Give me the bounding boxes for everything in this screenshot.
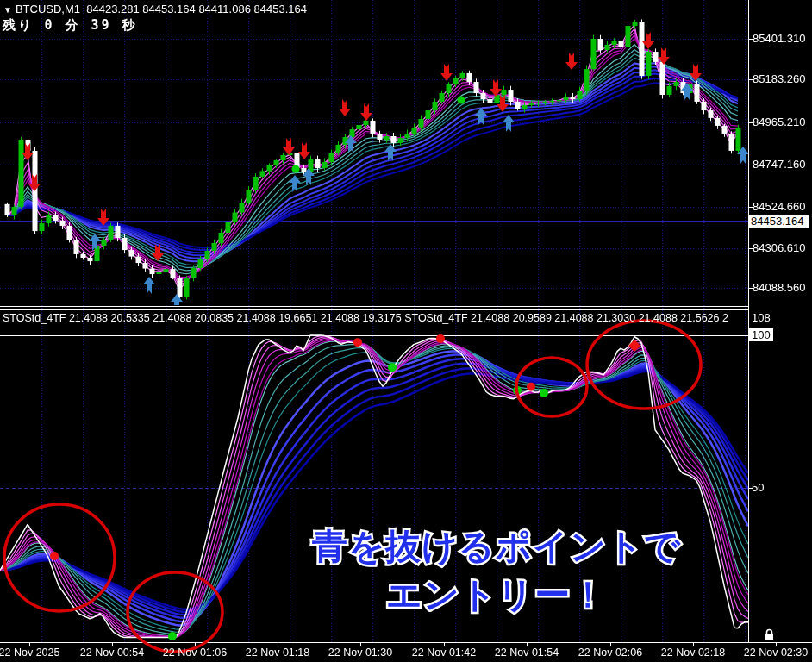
bid-price-label: 84453.164 [749, 215, 809, 228]
time-axis-label: 22 Nov 01:54 [495, 646, 559, 659]
oscillator-level-100-label: 100 [749, 328, 773, 341]
time-axis-label: 22 Nov 00:54 [80, 646, 144, 659]
chart-header: ▼BTCUSD,M1 84423.281 84453.164 84411.086… [3, 3, 307, 16]
price-axis-label: 84965.210 [753, 116, 805, 128]
price-axis-label: 84088.560 [753, 281, 805, 294]
time-axis-label: 22 Nov 01:42 [412, 646, 476, 659]
time-axis-label: 22 Nov 01:30 [328, 646, 392, 659]
bar-countdown: 残り 0 分 39 秒 [3, 17, 138, 34]
time-axis-label: 22 Nov 02:30 [744, 646, 808, 659]
symbol-dropdown-icon[interactable]: ▼ [3, 5, 12, 15]
price-axis-label: 85183.260 [753, 72, 805, 85]
indicator-label-line: STOStd_4TF 21.4088 20.5335 21.4088 20.08… [3, 312, 744, 324]
time-axis-label: 22 Nov 02:18 [661, 646, 725, 659]
symbol-title: BTCUSD,M1 [16, 3, 80, 16]
time-axis-label: 22 Nov 02:06 [578, 646, 642, 659]
price-axis-label: 84306.610 [753, 241, 805, 254]
scale-lock-icon[interactable] [764, 628, 775, 640]
time-axis-label: 22 Nov 01:06 [163, 646, 227, 659]
time-axis-label: 22 Nov 01:18 [246, 646, 309, 659]
quote-ohlc: 84423.281 84453.164 84411.086 84453.164 [86, 3, 307, 16]
oscillator-level-50-label: 50 [752, 481, 764, 494]
annotation-text-line1: 青を抜けるポイントで [312, 523, 681, 571]
price-axis-label: 84524.660 [753, 200, 805, 213]
time-axis-label: 22 Nov 2025 [0, 646, 59, 659]
oscillator-scale-top-label: 108 [752, 311, 771, 324]
annotation-text-line2: エントリー！ [386, 571, 607, 619]
mt4-chart-window: { "app": { "dropdown_glyph": "▼", "symbo… [0, 0, 812, 662]
price-axis-label: 84747.160 [753, 158, 805, 171]
price-axis-label: 85401.310 [753, 32, 805, 45]
